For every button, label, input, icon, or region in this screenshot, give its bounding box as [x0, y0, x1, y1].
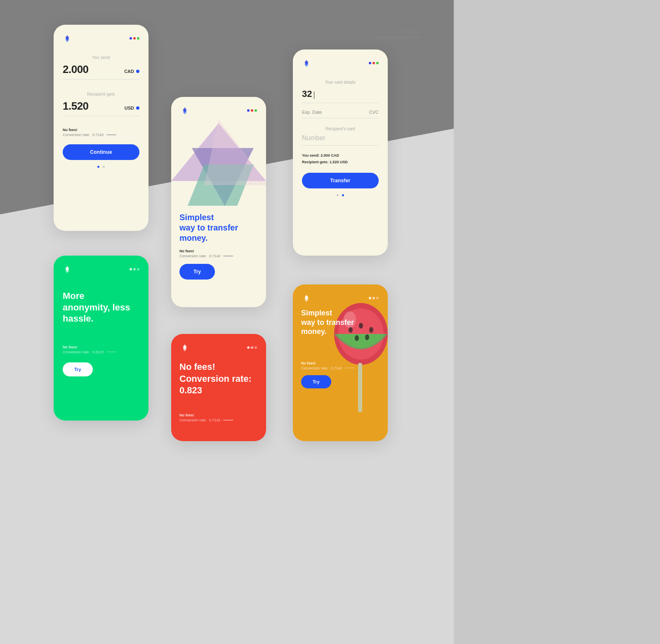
scene: 375 x 812 px. Mobile application views. …	[0, 0, 454, 49]
recipient-gets-info: Recipient gets: 1.520 USD	[302, 159, 379, 165]
dot-green	[137, 37, 139, 40]
logo-icon	[63, 34, 72, 43]
card3-logo	[293, 49, 388, 68]
fees-text: No fees!	[63, 128, 139, 132]
card2-conv-line	[223, 256, 233, 256]
currency-dot-receive	[136, 106, 139, 110]
card2-fees-section: No fees! Conversion rate: 0.7142	[171, 243, 266, 258]
you-send-label: You send	[63, 55, 139, 60]
dot-green-2	[255, 109, 257, 112]
conversion-value: 0.7142	[92, 133, 104, 137]
dot-blue	[130, 37, 132, 40]
card4-dots	[130, 268, 139, 270]
card-number-value: 32	[302, 89, 312, 99]
card6-try-button[interactable]: Try	[301, 375, 331, 388]
recipient-number-field[interactable]: Number	[302, 134, 379, 146]
card-no-fees: No fees! Conversion rate: 0.823 No fees!…	[171, 334, 266, 441]
send-amount: 2.000	[63, 63, 89, 76]
recipient-gets-label: Recipient gets	[63, 92, 139, 96]
card-simplest: Simplest way to transfer money. No fees!…	[171, 97, 266, 307]
card1-inner: You send 2.000 CAD Recipient gets 1.520 …	[54, 55, 148, 183]
transfer-button[interactable]: Transfer	[302, 173, 379, 188]
conversion-row: Conversion rate: 0.7142	[63, 133, 139, 137]
card-number-field[interactable]: 32	[302, 89, 379, 103]
continue-button[interactable]: Continue	[63, 144, 139, 160]
exp-cvc-row: Exp. Date CVC	[302, 110, 379, 118]
svg-point-1	[184, 110, 186, 112]
nav-dot-3-2	[342, 194, 344, 196]
svg-point-8	[184, 347, 186, 349]
card4-logo-icon	[63, 265, 72, 274]
hero-graphic	[171, 115, 266, 206]
card-transfer: You send 2.000 CAD Recipient gets 1.520 …	[54, 25, 148, 231]
dot-green-3	[376, 62, 379, 64]
card-anonymity: More anonymity, less hassle. No fees! Co…	[54, 256, 148, 421]
card5-conv-line	[223, 420, 233, 421]
dot-r3	[255, 346, 257, 349]
dot-red-3	[372, 62, 375, 64]
card6-dots	[369, 297, 379, 299]
card2-try-button[interactable]: Try	[179, 264, 215, 280]
card4-fees: No fees!	[54, 345, 148, 349]
card2-fees: No fees!	[179, 249, 258, 253]
dot-w2	[133, 268, 136, 270]
card1-nav-dots	[63, 166, 139, 174]
dot-w3	[137, 268, 139, 270]
card6-logo	[293, 284, 388, 303]
card6-conv: Conversion rate: 0.7142	[293, 365, 388, 371]
abstract-graphic	[171, 115, 266, 206]
card3-inner: Your card details 32 Exp. Date CVC Recip…	[293, 80, 388, 202]
card6-headline: Simplest way to transfer money.	[293, 303, 388, 336]
card-yellow: Simplest way to transfer money. No fees!…	[293, 284, 388, 441]
card5-conv: Conversion rate: 0.7142	[171, 417, 266, 423]
card2-logo	[171, 97, 266, 115]
dot-blue-3	[369, 62, 371, 64]
card3-nav-dots	[302, 194, 379, 202]
transfer-info: You send: 2.000 CAD Recipient gets: 1.52…	[302, 152, 379, 165]
card4-headline: More anonymity, less hassle.	[54, 274, 148, 324]
dot-red	[133, 37, 136, 40]
send-amount-row: 2.000 CAD	[63, 63, 139, 80]
card6-logo-icon	[302, 294, 311, 303]
dot-y3	[376, 297, 379, 299]
card3-dots	[369, 62, 379, 64]
dot-y2	[372, 297, 375, 299]
send-currency: CAD	[124, 69, 139, 74]
card5-fees: No fees!	[171, 413, 266, 417]
receive-amount: 1.520	[63, 100, 89, 113]
dot-r1	[247, 346, 250, 349]
meta-info: 375 x 812 px. Mobile application views.	[377, 28, 421, 40]
conv-line	[106, 134, 116, 135]
card3-logo-icon	[302, 59, 311, 68]
card6-conv-line	[345, 368, 355, 369]
meta-subtitle: Mobile application views.	[377, 34, 421, 40]
card4-try-button[interactable]: Try	[63, 362, 93, 376]
card4-logo	[54, 256, 148, 274]
conversion-label: Conversion rate:	[63, 133, 90, 137]
card4-conv-line	[106, 352, 116, 353]
card4-conv: Conversion rate: 0.8122	[54, 349, 148, 355]
cvc-label: CVC	[369, 110, 379, 115]
card5-logo	[171, 334, 266, 352]
card2-dots	[247, 109, 257, 112]
currency-dot-send	[136, 70, 139, 73]
receive-currency: USD	[125, 106, 139, 110]
svg-marker-5	[204, 119, 266, 185]
card2-logo-icon	[180, 106, 189, 115]
card2-headline: Simplest way to transfer money.	[171, 206, 266, 243]
card5-dots	[247, 346, 257, 349]
fees-section: No fees! Conversion rate: 0.7142	[63, 128, 139, 137]
card6-fees: No fees!	[293, 361, 388, 365]
your-card-label: Your card details	[302, 80, 379, 85]
dot-blue-2	[247, 109, 250, 112]
svg-point-7	[66, 268, 68, 270]
card1-dots	[130, 37, 139, 40]
text-cursor	[314, 92, 315, 99]
exp-label: Exp. Date	[302, 110, 322, 115]
svg-point-6	[306, 62, 308, 64]
dot-w1	[130, 268, 132, 270]
svg-point-9	[306, 297, 308, 299]
receive-amount-row: 1.520 USD	[63, 100, 139, 116]
card1-logo	[54, 25, 148, 43]
card2-conv: Conversion rate: 0.7142	[179, 254, 258, 258]
